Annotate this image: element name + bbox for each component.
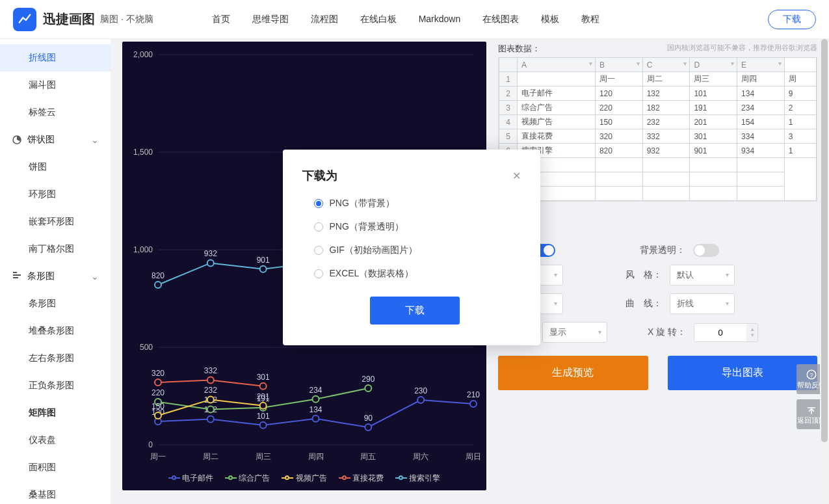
close-icon[interactable]: ✕ bbox=[512, 170, 521, 182]
download-option-label: PNG（带背景） bbox=[330, 198, 395, 209]
radio-icon bbox=[314, 222, 323, 232]
download-option-label: PNG（背景透明） bbox=[330, 221, 404, 233]
download-option[interactable]: PNG（背景透明） bbox=[314, 221, 521, 233]
radio-icon bbox=[314, 199, 323, 208]
modal-title: 下载为 bbox=[302, 168, 337, 183]
download-option[interactable]: PNG（带背景） bbox=[314, 198, 521, 209]
radio-icon bbox=[314, 246, 323, 255]
download-modal-mask: 下载为 ✕ PNG（带背景）PNG（背景透明）GIF（初始动画图片）EXCEL（… bbox=[0, 0, 829, 504]
modal-download-button[interactable]: 下载 bbox=[370, 297, 460, 325]
download-option-label: EXCEL（数据表格） bbox=[330, 268, 414, 280]
download-option[interactable]: EXCEL（数据表格） bbox=[314, 268, 521, 280]
download-modal: 下载为 ✕ PNG（带背景）PNG（背景透明）GIF（初始动画图片）EXCEL（… bbox=[283, 150, 540, 345]
radio-icon bbox=[314, 269, 323, 278]
download-format-options: PNG（带背景）PNG（背景透明）GIF（初始动画图片）EXCEL（数据表格） bbox=[314, 198, 521, 280]
download-option-label: GIF（初始动画图片） bbox=[330, 245, 417, 256]
download-option[interactable]: GIF（初始动画图片） bbox=[314, 245, 521, 256]
